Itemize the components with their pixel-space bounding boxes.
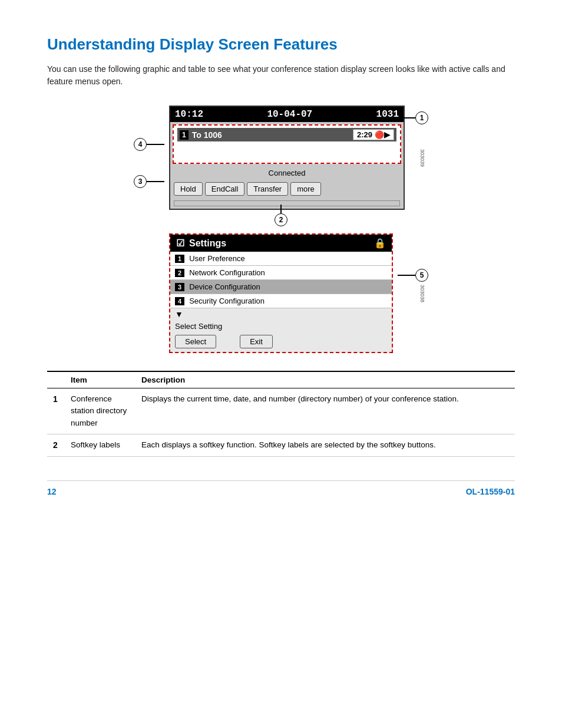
ss-softkeys: Select Exit — [170, 332, 392, 352]
intro-text: You can use the following graphic and ta… — [47, 63, 515, 88]
endcall-softkey[interactable]: EndCall — [205, 182, 245, 196]
phone-screen-diagram: 1 4 3 10:12 10-04-07 1031 1 To 1006 — [134, 106, 428, 210]
table-col-item: Item — [65, 371, 135, 388]
diagram-label-bottom: 303038 — [419, 284, 425, 302]
settings-screen-diagram: 5 ☑ Settings 🔒 1 User Preference 2 Netwo… — [134, 233, 428, 353]
phone-screen: 10:12 10-04-07 1031 1 To 1006 2:29 🔴▶ Co… — [169, 106, 405, 210]
row-1-desc: Displays the current time, date, and num… — [135, 388, 515, 434]
row-2-desc: Each displays a softkey function. Softke… — [135, 434, 515, 456]
ss-item-num-1: 1 — [175, 255, 184, 263]
callout-2-annotation: 2 — [275, 205, 287, 226]
ps-softkeys: Hold EndCall Transfer more — [170, 180, 404, 198]
callout-circle-1: 1 — [415, 111, 428, 124]
diagrams-area: 1 4 3 10:12 10-04-07 1031 1 To 1006 — [47, 106, 515, 353]
settings-check-icon: ☑ — [176, 238, 184, 249]
callout-4-annotation: 4 — [134, 138, 164, 151]
feature-table: Item Description 1 Conference station di… — [47, 371, 515, 457]
ps-date: 10-04-07 — [267, 109, 312, 120]
ss-item-2[interactable]: 2 Network Configuration — [170, 266, 392, 280]
table-col-empty — [47, 371, 65, 388]
more-softkey[interactable]: more — [290, 182, 321, 196]
callout-1-annotation: 1 — [398, 111, 428, 124]
arrow-line — [398, 117, 415, 118]
ps-active-call-area: 1 To 1006 2:29 🔴▶ — [173, 124, 401, 164]
page-footer: 12 OL-11559-01 — [47, 480, 515, 496]
ss-select-label: Select Setting — [170, 320, 392, 332]
diagram-label-top: 303039 — [419, 149, 425, 166]
arrow-line-v — [280, 205, 282, 213]
row-2-num: 2 — [47, 434, 65, 456]
footer-doc-number: OL-11559-01 — [466, 487, 515, 496]
select-softkey[interactable]: Select — [175, 335, 216, 348]
callout-circle-3: 3 — [134, 175, 147, 188]
table-row: 1 Conference station directory number Di… — [47, 388, 515, 434]
ss-scroll-down: ▼ — [170, 308, 392, 320]
ss-header: ☑ Settings 🔒 — [170, 235, 392, 252]
lock-icon: 🔒 — [374, 238, 386, 249]
hold-softkey[interactable]: Hold — [174, 182, 203, 196]
ss-item-num-2: 2 — [175, 269, 184, 277]
ps-call-num: 1 — [180, 130, 189, 140]
ps-status: Connected — [170, 166, 404, 180]
ss-item-4[interactable]: 4 Security Configuration — [170, 294, 392, 308]
record-icon: 🔴▶ — [375, 130, 390, 139]
callout-3-annotation: 3 — [134, 175, 164, 188]
footer-page-number: 12 — [47, 487, 57, 496]
callout-circle-4: 4 — [134, 138, 147, 151]
arrow-line — [147, 144, 164, 145]
callout-circle-5: 5 — [415, 269, 428, 282]
table-col-desc: Description — [135, 371, 515, 388]
row-1-num: 1 — [47, 388, 65, 434]
settings-title: Settings — [189, 238, 374, 249]
callout-circle-2: 2 — [275, 213, 287, 226]
ss-item-label-4: Security Configuration — [189, 297, 265, 305]
ss-item-3[interactable]: 3 Device Configuration — [170, 280, 392, 294]
page-title: Understanding Display Screen Features — [47, 35, 515, 54]
ss-item-label-3: Device Configuration — [189, 282, 260, 291]
ss-item-num-3: 3 — [175, 283, 184, 291]
ss-item-label-2: Network Configuration — [189, 268, 265, 277]
row-2-item: Softkey labels — [65, 434, 135, 456]
exit-softkey[interactable]: Exit — [240, 335, 273, 348]
ps-timer: 2:29 🔴▶ — [353, 129, 394, 140]
settings-screen: ☑ Settings 🔒 1 User Preference 2 Network… — [169, 233, 393, 353]
callout-5-annotation: 5 — [398, 269, 428, 282]
ps-call-to: To 1006 — [192, 130, 222, 140]
ps-call-line: 1 To 1006 2:29 🔴▶ — [177, 128, 396, 141]
ps-empty-area — [177, 143, 396, 160]
ps-header: 10:12 10-04-07 1031 — [170, 107, 404, 122]
ps-time: 10:12 — [175, 109, 203, 120]
ss-item-1[interactable]: 1 User Preference — [170, 252, 392, 266]
ps-number: 1031 — [376, 109, 399, 120]
transfer-softkey[interactable]: Transfer — [247, 182, 288, 196]
table-row: 2 Softkey labels Each displays a softkey… — [47, 434, 515, 456]
ss-item-label-1: User Preference — [189, 254, 245, 263]
row-1-item: Conference station directory number — [65, 388, 135, 434]
arrow-line — [398, 275, 415, 276]
ss-item-num-4: 4 — [175, 297, 184, 305]
arrow-line — [147, 181, 164, 182]
